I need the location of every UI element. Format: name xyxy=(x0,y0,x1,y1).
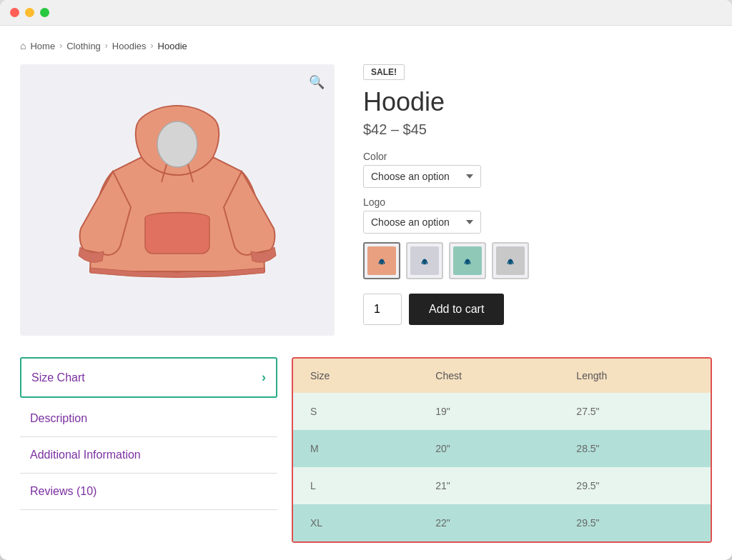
breadcrumb-sep-1: › xyxy=(59,41,62,51)
table-row: S19"27.5" xyxy=(293,393,711,430)
breadcrumb-home[interactable]: Home xyxy=(30,41,55,51)
zoom-icon[interactable]: 🔍 xyxy=(309,74,325,90)
svg-text:🧥: 🧥 xyxy=(507,258,514,265)
cell-size: L xyxy=(293,467,418,504)
tab-size-chart-label: Size Chart xyxy=(31,371,85,384)
tabs-and-chart: Size Chart › Description Additional Info… xyxy=(20,357,712,543)
home-icon: ⌂ xyxy=(20,40,26,51)
swatch-4[interactable]: 🧥 xyxy=(492,242,529,279)
title-bar xyxy=(0,0,732,26)
col-length: Length xyxy=(559,359,711,393)
cell-size: S xyxy=(293,393,418,430)
color-select[interactable]: Choose an option Red Blue Green xyxy=(363,165,481,188)
cell-chest: 19" xyxy=(418,393,559,430)
cell-length: 27.5" xyxy=(559,393,711,430)
cell-size: M xyxy=(293,430,418,467)
swatch-2[interactable]: 🧥 xyxy=(406,242,443,279)
color-label: Color xyxy=(363,151,712,162)
tab-description-label: Description xyxy=(30,412,87,424)
col-chest: Chest xyxy=(418,359,559,393)
cell-chest: 21" xyxy=(418,467,559,504)
tabs-panel: Size Chart › Description Additional Info… xyxy=(20,357,277,543)
breadcrumb: ⌂ Home › Clothing › Hoodies › Hoodie xyxy=(20,40,712,51)
svg-text:🧥: 🧥 xyxy=(464,258,471,265)
product-info: SALE! Hoodie $42 – $45 Color Choose an o… xyxy=(363,64,712,336)
cell-length: 29.5" xyxy=(559,504,711,541)
product-section: 🔍 xyxy=(20,64,712,336)
product-image-container: 🔍 xyxy=(20,64,335,336)
swatch-3[interactable]: 🧥 xyxy=(449,242,486,279)
svg-point-0 xyxy=(157,121,197,167)
cell-chest: 20" xyxy=(418,430,559,467)
table-row: XL22"29.5" xyxy=(293,504,711,541)
svg-text:🧥: 🧥 xyxy=(378,258,385,265)
breadcrumb-clothing[interactable]: Clothing xyxy=(66,41,101,51)
swatch-1[interactable]: 🧥 xyxy=(363,242,400,279)
tab-arrow-icon: › xyxy=(262,370,266,385)
breadcrumb-sep-3: › xyxy=(151,41,154,51)
logo-label: Logo xyxy=(363,196,712,208)
breadcrumb-sep-2: › xyxy=(105,41,108,51)
product-title: Hoodie xyxy=(363,87,712,117)
col-size: Size xyxy=(293,359,418,393)
size-table: Size Chest Length S19"27.5"M20"28.5"L21"… xyxy=(293,359,711,541)
tab-additional-info-label: Additional Information xyxy=(30,449,141,461)
swatch-row: 🧥 🧥 🧥 🧥 xyxy=(363,242,712,279)
maximize-button[interactable] xyxy=(40,8,49,17)
quantity-input[interactable] xyxy=(363,294,402,325)
tab-description[interactable]: Description xyxy=(20,401,277,437)
sale-badge: SALE! xyxy=(363,64,405,80)
product-image xyxy=(70,86,285,314)
tab-reviews-label: Reviews (10) xyxy=(30,485,97,497)
product-price: $42 – $45 xyxy=(363,121,712,138)
app-window: ⌂ Home › Clothing › Hoodies › Hoodie 🔍 xyxy=(0,0,732,560)
page-content: ⌂ Home › Clothing › Hoodies › Hoodie 🔍 xyxy=(0,26,732,560)
table-row: L21"29.5" xyxy=(293,467,711,504)
cell-size: XL xyxy=(293,504,418,541)
tab-additional-info[interactable]: Additional Information xyxy=(20,437,277,474)
close-button[interactable] xyxy=(10,8,19,17)
add-to-cart-row: Add to cart xyxy=(363,294,712,325)
size-chart-panel: Size Chest Length S19"27.5"M20"28.5"L21"… xyxy=(292,357,712,543)
tab-size-chart[interactable]: Size Chart › xyxy=(20,357,277,398)
add-to-cart-button[interactable]: Add to cart xyxy=(409,294,504,325)
svg-text:🧥: 🧥 xyxy=(421,258,428,265)
cell-chest: 22" xyxy=(418,504,559,541)
cell-length: 28.5" xyxy=(559,430,711,467)
table-header-row: Size Chest Length xyxy=(293,359,711,393)
cell-length: 29.5" xyxy=(559,467,711,504)
breadcrumb-current: Hoodie xyxy=(158,41,187,51)
table-row: M20"28.5" xyxy=(293,430,711,467)
breadcrumb-hoodies[interactable]: Hoodies xyxy=(112,41,147,51)
minimize-button[interactable] xyxy=(25,8,34,17)
logo-select[interactable]: Choose an option Yes No xyxy=(363,211,481,234)
tab-reviews[interactable]: Reviews (10) xyxy=(20,474,277,510)
